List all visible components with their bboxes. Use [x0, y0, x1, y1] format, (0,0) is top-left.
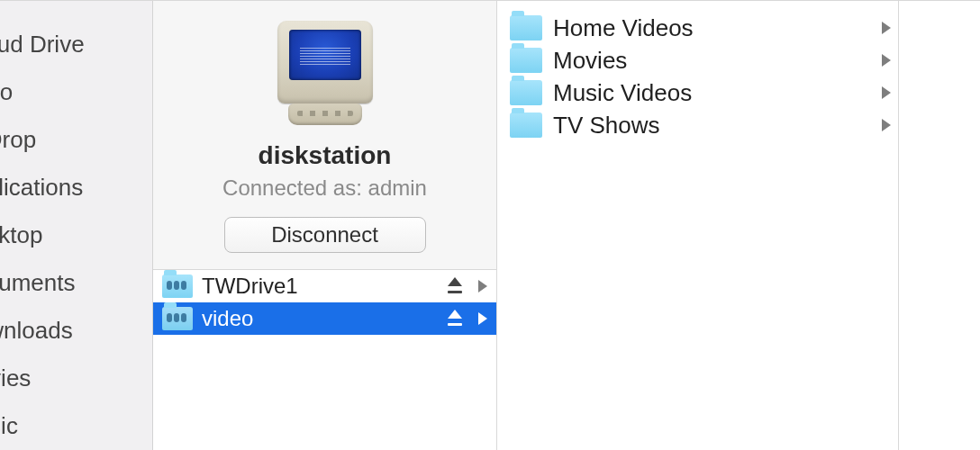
sidebar-item-movies[interactable]: Movies — [0, 355, 152, 402]
sidebar-item-music[interactable]: Music — [0, 402, 152, 450]
server-status: Connected as: admin — [222, 176, 427, 201]
eject-icon[interactable] — [446, 277, 464, 295]
share-list: TWDrive1 video — [153, 270, 496, 450]
server-header: diskstation Connected as: admin Disconne… — [153, 1, 496, 270]
chevron-right-icon — [882, 119, 891, 131]
chevron-right-icon — [882, 22, 891, 34]
folder-icon — [510, 48, 542, 73]
folder-label: TV Shows — [553, 112, 871, 140]
sidebar-item-icloud-drive[interactable]: iCloud Drive — [0, 21, 152, 68]
share-folder-icon — [162, 307, 193, 330]
folder-label: Movies — [553, 47, 871, 75]
finder-sidebar: iCloud Drive Undo AirDrop Applications D… — [0, 1, 153, 450]
folder-row-music-videos[interactable]: Music Videos — [510, 76, 891, 109]
folder-label: Home Videos — [553, 14, 871, 42]
sidebar-item-downloads[interactable]: Downloads — [0, 307, 152, 355]
eject-icon[interactable] — [446, 310, 464, 328]
sidebar-item-label: Music — [0, 412, 18, 440]
next-column — [899, 1, 980, 450]
disconnect-button[interactable]: Disconnect — [224, 217, 426, 253]
share-label: TWDrive1 — [202, 274, 437, 299]
chevron-right-icon — [882, 54, 891, 67]
sidebar-item-airdrop[interactable]: AirDrop — [0, 116, 152, 164]
chevron-right-icon — [478, 280, 487, 292]
sidebar-item-label: iCloud Drive — [0, 31, 85, 58]
sidebar-item-documents[interactable]: Documents — [0, 259, 152, 307]
sidebar-item-applications[interactable]: Applications — [0, 164, 152, 212]
sidebar-item-label: AirDrop — [0, 126, 36, 154]
chevron-right-icon — [478, 312, 487, 325]
share-row-twdrive1[interactable]: TWDrive1 — [153, 270, 496, 302]
sidebar-item-label: Desktop — [0, 221, 42, 249]
sidebar-item-undo[interactable]: Undo — [0, 68, 152, 116]
sidebar-item-label: Undo — [0, 78, 13, 106]
folder-row-movies[interactable]: Movies — [510, 44, 891, 76]
sidebar-item-label: Downloads — [0, 317, 73, 345]
server-column: diskstation Connected as: admin Disconne… — [153, 1, 497, 450]
server-name: diskstation — [259, 141, 392, 170]
folder-icon — [510, 112, 542, 138]
share-folder-icon — [162, 274, 193, 298]
sidebar-item-label: Movies — [0, 364, 31, 392]
folder-row-home-videos[interactable]: Home Videos — [510, 12, 891, 44]
sidebar-item-desktop[interactable]: Desktop — [0, 212, 152, 259]
folder-icon — [510, 15, 542, 40]
folder-row-tv-shows[interactable]: TV Shows — [510, 109, 891, 141]
folder-column: Home Videos Movies Music Videos TV Shows — [497, 1, 899, 450]
network-server-icon — [267, 21, 384, 129]
sidebar-item-label: Documents — [0, 269, 76, 297]
share-label: video — [202, 306, 437, 331]
folder-icon — [510, 80, 542, 105]
sidebar-item-label: Applications — [0, 174, 83, 202]
chevron-right-icon — [882, 86, 891, 99]
folder-label: Music Videos — [553, 79, 871, 107]
share-row-video[interactable]: video — [153, 302, 496, 335]
